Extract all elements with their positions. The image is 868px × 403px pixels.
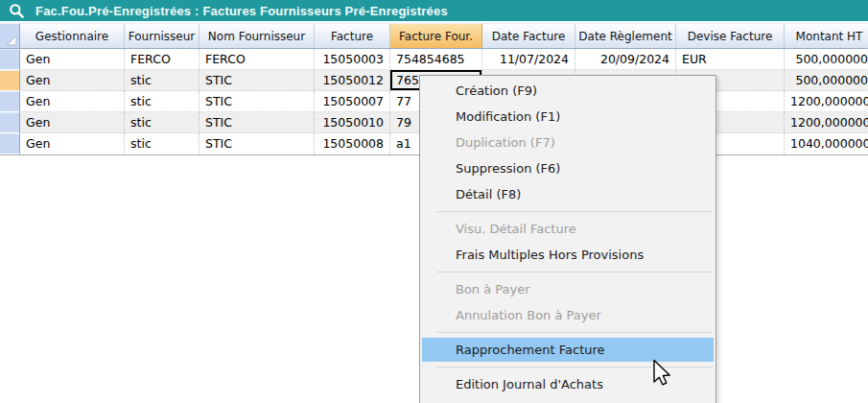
cell-facture-four[interactable]: 754854685 (390, 49, 482, 70)
cell-facture[interactable]: 15050007 (315, 91, 390, 112)
table-header-row: GestionnaireFournisseurNom FournisseurFa… (0, 23, 868, 49)
row-selector[interactable] (0, 133, 20, 154)
column-header-label: Fournisseur (129, 30, 196, 43)
cell-montant-ht[interactable]: 1040,000000 (785, 133, 868, 154)
column-header-row-selector[interactable] (0, 23, 20, 48)
cell-gestionnaire[interactable]: Gen (20, 133, 125, 154)
application-window: Fac.Fou.Pré-Enregistrées : Factures Four… (0, 0, 868, 403)
menu-item-visu-detail-facture: Visu. Détail Facture (420, 216, 716, 242)
cell-fournisseur[interactable]: stic (125, 91, 199, 112)
cell-facture[interactable]: 15050012 (315, 70, 390, 91)
cell-nom-fournisseur[interactable]: STIC (199, 91, 315, 112)
cell-gestionnaire[interactable]: Gen (20, 49, 125, 70)
cell-date-reglement[interactable]: 20/09/2024 (575, 49, 676, 70)
cell-nom-fournisseur[interactable]: FERCO (199, 49, 315, 70)
cell-gestionnaire[interactable]: Gen (20, 91, 125, 112)
row-selector[interactable] (0, 112, 20, 133)
column-header-devise-facture[interactable]: Devise Facture (676, 23, 785, 48)
menu-item-duplication: Duplication (F7) (420, 130, 716, 155)
cell-fournisseur[interactable]: stic (125, 112, 199, 133)
menu-item-modification[interactable]: Modification (F1) (420, 104, 716, 130)
search-icon[interactable] (9, 3, 25, 19)
cell-fournisseur[interactable]: stic (125, 70, 199, 91)
column-header-label: Facture (331, 30, 373, 43)
menu-item-annulation-bon-a-payer: Annulation Bon à Payer (420, 302, 716, 328)
window-titlebar: Fac.Fou.Pré-Enregistrées : Factures Four… (0, 0, 868, 21)
cell-date-facture[interactable]: 11/07/2024 (482, 49, 575, 70)
cell-nom-fournisseur[interactable]: STIC (199, 112, 315, 133)
cell-montant-ht[interactable]: 500,000000 (785, 49, 868, 70)
menu-separator (420, 328, 716, 337)
table-row[interactable]: GenFERCOFERCO1505000375485468511/07/2024… (0, 49, 868, 70)
menu-item-detail[interactable]: Détail (F8) (420, 181, 716, 207)
column-header-facture[interactable]: Facture (315, 23, 390, 48)
context-menu: Création (F9)Modification (F1)Duplicatio… (419, 75, 716, 403)
cell-devise-facture[interactable]: EUR (676, 49, 785, 70)
cell-gestionnaire[interactable]: Gen (20, 112, 125, 133)
column-header-label: Date Règlement (578, 30, 671, 43)
column-header-label: Facture Four. (399, 30, 473, 43)
menu-separator (420, 268, 716, 276)
column-header-nom-fournisseur[interactable]: Nom Fournisseur (199, 23, 315, 48)
column-header-label: Nom Fournisseur (208, 30, 305, 43)
column-header-label: Date Facture (492, 30, 566, 43)
column-header-label: Montant HT (796, 30, 863, 43)
menu-item-bon-a-payer: Bon à Payer (420, 276, 716, 302)
cell-facture[interactable]: 15050003 (315, 49, 390, 70)
column-header-label: Devise Facture (688, 30, 773, 43)
cell-facture[interactable]: 15050010 (315, 112, 390, 133)
select-all-triangle-icon (7, 36, 17, 46)
column-header-montant-ht[interactable]: Montant HT (785, 23, 868, 48)
column-header-facture-four[interactable]: Facture Four. (390, 23, 482, 48)
column-header-label: Gestionnaire (35, 30, 108, 43)
window-title: Fac.Fou.Pré-Enregistrées : Factures Four… (35, 4, 448, 18)
column-header-date-reglement[interactable]: Date Règlement (575, 23, 676, 48)
column-header-gestionnaire[interactable]: Gestionnaire (20, 23, 125, 48)
column-header-date-facture[interactable]: Date Facture (482, 23, 575, 48)
mouse-cursor (652, 359, 673, 388)
menu-item-frais-multiples-hors-provisions[interactable]: Frais Multiples Hors Provisions (420, 242, 716, 268)
column-header-fournisseur[interactable]: Fournisseur (125, 23, 199, 48)
cell-facture[interactable]: 15050008 (315, 133, 390, 154)
cell-nom-fournisseur[interactable]: STIC (199, 70, 315, 91)
row-selector[interactable] (0, 91, 20, 112)
menu-separator (420, 207, 716, 216)
cell-fournisseur[interactable]: FERCO (125, 49, 199, 70)
cell-montant-ht[interactable]: 500,000000 (785, 70, 868, 91)
cell-nom-fournisseur[interactable]: STIC (199, 133, 315, 154)
cell-montant-ht[interactable]: 1200,000000 (785, 112, 868, 133)
row-selector[interactable] (0, 49, 20, 70)
cell-fournisseur[interactable]: stic (125, 133, 199, 154)
cell-montant-ht[interactable]: 1200,000000 (785, 91, 868, 112)
cell-gestionnaire[interactable]: Gen (20, 70, 125, 91)
row-selector[interactable] (0, 70, 20, 91)
menu-item-creation[interactable]: Création (F9) (420, 78, 716, 104)
menu-item-suppression[interactable]: Suppression (F6) (420, 155, 716, 181)
